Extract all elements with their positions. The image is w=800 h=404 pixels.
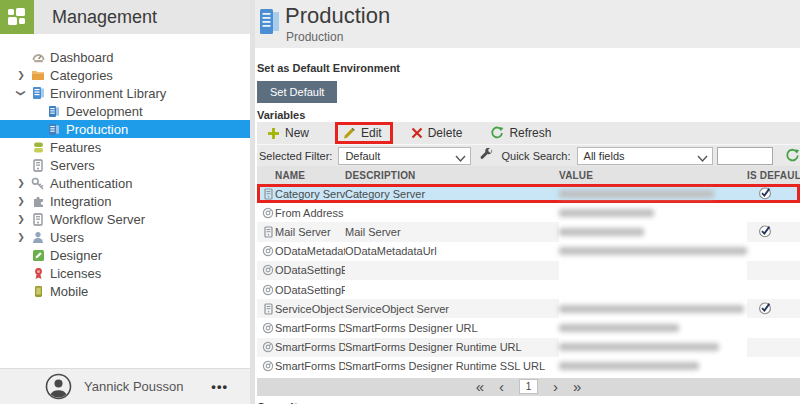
expand-arrow-icon[interactable]: ❯ [16, 214, 26, 224]
sidebar-item-servers[interactable]: Servers [0, 156, 250, 174]
table-row-odatasettingpublis-[interactable]: ODataSettingPublis... [257, 280, 800, 299]
at-row-icon [261, 245, 275, 257]
cell-description: SmartForms Designer URL [345, 322, 559, 334]
cell-value-redacted [559, 203, 747, 222]
sidebar-item-features[interactable]: Features [0, 138, 250, 156]
sidebar-item-production[interactable]: Production [0, 120, 250, 138]
new-button[interactable]: New [263, 124, 313, 142]
sidebar-item-authentication[interactable]: ❯Authentication [0, 174, 250, 192]
cell-description: Category Server [345, 188, 559, 200]
cell-description: SmartForms Designer Runtime URL [345, 341, 559, 353]
sidebar-item-integration[interactable]: ❯Integration [0, 192, 250, 210]
delete-button[interactable]: Delete [407, 124, 467, 142]
toolbar-button-label: New [285, 126, 309, 140]
refresh-button[interactable]: Refresh [486, 124, 555, 142]
expand-arrow-icon[interactable]: ❯ [16, 70, 26, 80]
set-default-label: Set as Default Environment [257, 62, 800, 74]
main-panel: Production Production Set as Default Env… [255, 0, 800, 404]
key-icon [31, 176, 45, 190]
toolbar-button-label: Edit [361, 126, 382, 140]
variables-label: Variables [257, 109, 800, 121]
pager: « ‹ 1 › » [257, 378, 800, 396]
puzzle-icon [31, 194, 45, 208]
pager-first-button[interactable]: « [476, 379, 484, 394]
environment-header-icon [259, 8, 280, 39]
pager-last-button[interactable]: » [573, 379, 581, 394]
table-row-from-address[interactable]: From Address [257, 203, 800, 222]
sidebar-item-label: Users [50, 230, 84, 245]
sidebar: Management Dashboard❯Categories❯Environm… [0, 0, 250, 404]
mobile-icon [31, 284, 45, 298]
sidebar-item-dashboard[interactable]: Dashboard [0, 48, 250, 66]
table-header: NAME DESCRIPTION VALUE IS DEFAULT [257, 166, 800, 184]
sidebar-item-environment-library[interactable]: ❯Environment Library [0, 84, 250, 102]
environment-icon [47, 104, 61, 118]
app-logo-icon[interactable] [0, 0, 34, 34]
expand-arrow-icon[interactable]: ❯ [16, 232, 26, 242]
sidebar-item-development[interactable]: Development [0, 102, 250, 120]
sidebar-item-label: Environment Library [50, 86, 166, 101]
variables-table: Category ServerCategory ServerFrom Addre… [257, 184, 800, 376]
edit-button[interactable]: Edit [335, 122, 393, 144]
sidebar-item-licenses[interactable]: Licenses [0, 264, 250, 282]
dashboard-icon [31, 50, 45, 64]
delete-icon [411, 127, 423, 139]
table-row-odatasettingenabl-[interactable]: ODataSettingEnabl... [257, 261, 800, 280]
sidebar-item-label: Licenses [50, 266, 101, 281]
chevron-down-icon [697, 153, 708, 165]
selected-filter-label: Selected Filter: [259, 150, 332, 162]
pager-current-page: 1 [519, 379, 538, 394]
table-row-mail-server[interactable]: Mail ServerMail Server [257, 222, 800, 241]
cell-name: ServiceObject Server [275, 303, 345, 315]
user-menu-button[interactable]: ••• [211, 379, 228, 394]
at-row-icon [261, 284, 275, 296]
cell-value-redacted [559, 222, 747, 241]
features-icon [31, 140, 45, 154]
user-avatar-icon [45, 373, 72, 400]
server-row-icon [261, 303, 275, 315]
check-circle-icon [758, 224, 772, 238]
quick-search-value: All fields [584, 150, 625, 162]
expand-arrow-icon[interactable]: ❯ [16, 196, 26, 206]
table-row-serviceobject-server[interactable]: ServiceObject ServerServiceObject Server [257, 299, 800, 318]
cell-value-redacted [559, 184, 747, 203]
sidebar-item-label: Designer [50, 248, 102, 263]
wrench-icon [479, 148, 493, 164]
cell-value-redacted [559, 299, 747, 318]
sidebar-item-users[interactable]: ❯Users [0, 228, 250, 246]
sidebar-item-label: Integration [50, 194, 111, 209]
table-row-smartforms-desig-[interactable]: SmartForms Desig...SmartForms Designer R… [257, 357, 800, 376]
selected-filter-dropdown[interactable]: Default [338, 147, 471, 165]
cell-name: SmartForms Desig... [275, 322, 345, 334]
set-default-button[interactable]: Set Default [257, 81, 337, 103]
at-row-icon [261, 207, 275, 219]
cell-value-redacted [559, 338, 747, 357]
pager-prev-button[interactable]: ‹ [499, 379, 504, 394]
sidebar-item-designer[interactable]: Designer [0, 246, 250, 264]
collapse-arrow-icon[interactable]: ❯ [16, 88, 26, 98]
table-row-odatametadataurl[interactable]: ODataMetadataUrlODataMetadataUrl [257, 242, 800, 261]
sidebar-item-categories[interactable]: ❯Categories [0, 66, 250, 84]
toolbar-button-label: Delete [428, 126, 463, 140]
search-refresh-icon[interactable] [785, 148, 800, 163]
quick-search-input[interactable] [717, 147, 773, 165]
quick-search-dropdown[interactable]: All fields [577, 147, 713, 165]
col-header-description: DESCRIPTION [345, 170, 559, 181]
table-row-category-server[interactable]: Category ServerCategory Server [257, 184, 800, 203]
cell-name: ODataMetadataUrl [275, 245, 345, 257]
user-bar[interactable]: Yannick Pousson ••• [0, 368, 250, 404]
check-circle-icon [758, 301, 772, 315]
table-row-smartforms-desig-[interactable]: SmartForms Desig...SmartForms Designer U… [257, 318, 800, 337]
cell-name: ODataSettingPublis... [275, 284, 345, 296]
check-circle-icon [758, 186, 772, 200]
table-row-smartforms-desig-[interactable]: SmartForms Desig...SmartForms Designer R… [257, 338, 800, 357]
sidebar-item-mobile[interactable]: Mobile [0, 282, 250, 300]
sidebar-item-workflow-server[interactable]: ❯Workflow Server [0, 210, 250, 228]
cell-description: ODataMetadataUrl [345, 245, 559, 257]
sidebar-item-label: Features [50, 140, 101, 155]
page-title: Production [285, 3, 390, 29]
col-header-name: NAME [275, 170, 345, 181]
sidebar-item-label: Development [66, 104, 143, 119]
pager-next-button[interactable]: › [553, 379, 558, 394]
expand-arrow-icon[interactable]: ❯ [16, 178, 26, 188]
